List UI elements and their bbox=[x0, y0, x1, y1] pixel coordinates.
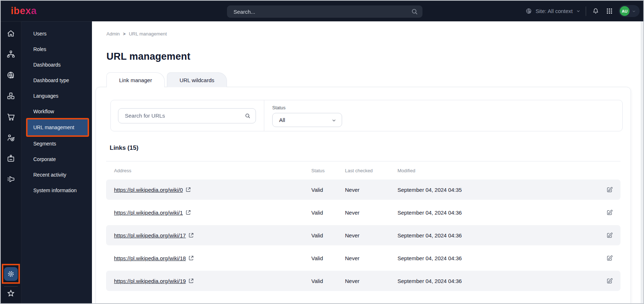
links-heading: Links (15) bbox=[110, 144, 623, 152]
external-link-icon[interactable] bbox=[188, 232, 194, 238]
table-row: https://pl.wikipedia.org/wiki/0 Valid Ne… bbox=[106, 180, 620, 200]
chevron-down-icon bbox=[632, 9, 636, 13]
modified-value: September 04, 2024 04:35 bbox=[397, 187, 588, 193]
scrollbar[interactable] bbox=[641, 21, 643, 303]
edit-icon[interactable] bbox=[606, 277, 613, 284]
url-link[interactable]: https://pl.wikipedia.org/wiki/18 bbox=[114, 255, 186, 261]
breadcrumb-admin[interactable]: Admin bbox=[106, 31, 120, 37]
external-link-icon[interactable] bbox=[185, 210, 191, 215]
last-checked-value: Never bbox=[345, 255, 397, 261]
megaphone-icon[interactable] bbox=[6, 174, 16, 184]
chevron-down-icon bbox=[331, 118, 337, 123]
sidebar-menu: Users Roles Dashboards Dashboard type La… bbox=[21, 21, 92, 303]
external-link-icon[interactable] bbox=[185, 187, 191, 193]
status-value: Valid bbox=[311, 232, 345, 238]
modified-value: September 04, 2024 04:36 bbox=[397, 255, 588, 261]
site-context-label: Site: All context bbox=[535, 8, 573, 14]
status-dropdown[interactable]: All bbox=[272, 113, 342, 127]
personalization-icon[interactable] bbox=[6, 133, 16, 143]
app-window: ibexa Site: All context bbox=[0, 0, 644, 304]
table-header-row: Address Status Last checked Modified bbox=[106, 161, 620, 180]
page-title: URL management bbox=[106, 51, 631, 62]
modified-value: September 04, 2024 04:36 bbox=[397, 210, 588, 216]
status-value: Valid bbox=[311, 210, 345, 216]
link-manager-panel: Status All Links (15) Address bbox=[96, 87, 631, 303]
status-value: Valid bbox=[311, 187, 345, 193]
search-icon[interactable] bbox=[244, 113, 251, 119]
edit-icon[interactable] bbox=[606, 254, 613, 262]
last-checked-value: Never bbox=[345, 278, 397, 284]
sidebar-item-segments[interactable]: Segments bbox=[21, 136, 92, 151]
annotation-highlight-gear bbox=[2, 264, 20, 284]
status-dropdown-value: All bbox=[279, 117, 285, 123]
url-link[interactable]: https://pl.wikipedia.org/wiki/0 bbox=[114, 187, 183, 193]
sidebar-item-dashboards[interactable]: Dashboards bbox=[21, 57, 92, 72]
status-value: Valid bbox=[311, 255, 345, 261]
avatar: AU bbox=[620, 6, 630, 16]
table-row: https://pl.wikipedia.org/wiki/1 Valid Ne… bbox=[106, 202, 620, 223]
column-header-modified: Modified bbox=[397, 168, 588, 173]
table-row: https://pl.wikipedia.org/wiki/17 Valid N… bbox=[106, 225, 620, 245]
top-bar: ibexa Site: All context bbox=[1, 1, 643, 21]
links-table: Address Status Last checked Modified htt… bbox=[106, 161, 620, 291]
column-header-last-checked: Last checked bbox=[345, 168, 397, 173]
id-badge-icon[interactable] bbox=[6, 154, 16, 163]
bookmarks-star-icon[interactable] bbox=[6, 289, 16, 298]
last-checked-value: Never bbox=[345, 187, 397, 193]
sidebar-item-url-management[interactable]: URL management bbox=[26, 118, 89, 137]
ibexa-logo[interactable]: ibexa bbox=[11, 6, 37, 16]
edit-icon[interactable] bbox=[606, 186, 613, 193]
icon-rail bbox=[1, 21, 21, 303]
cart-icon[interactable] bbox=[6, 112, 16, 122]
home-icon[interactable] bbox=[6, 29, 16, 38]
sidebar-item-recent-activity[interactable]: Recent activity bbox=[21, 167, 92, 182]
edit-icon[interactable] bbox=[606, 232, 613, 239]
app-body: Users Roles Dashboards Dashboard type La… bbox=[1, 21, 643, 303]
url-link[interactable]: https://pl.wikipedia.org/wiki/1 bbox=[114, 210, 183, 216]
sidebar-item-corporate[interactable]: Corporate bbox=[21, 151, 92, 167]
site-context-globe-icon bbox=[525, 8, 532, 14]
chevron-down-icon bbox=[576, 9, 581, 13]
filter-divider bbox=[264, 100, 264, 131]
modified-value: September 04, 2024 04:36 bbox=[397, 232, 588, 238]
external-link-icon[interactable] bbox=[188, 278, 194, 284]
search-icon[interactable] bbox=[411, 8, 418, 16]
column-header-status: Status bbox=[311, 168, 345, 173]
status-label: Status bbox=[272, 105, 342, 110]
external-link-icon[interactable] bbox=[188, 255, 194, 261]
tab-link-manager[interactable]: Link manager bbox=[106, 72, 165, 87]
status-value: Valid bbox=[311, 278, 345, 284]
topbar-divider bbox=[586, 7, 586, 16]
main-content: Admin > URL management URL management Li… bbox=[92, 21, 643, 303]
url-search-input[interactable] bbox=[118, 108, 256, 123]
tab-url-wildcards[interactable]: URL wildcards bbox=[167, 72, 227, 87]
site-context-selector[interactable]: Site: All context bbox=[525, 8, 581, 14]
user-menu[interactable]: AU bbox=[619, 5, 640, 17]
breadcrumb-separator: > bbox=[123, 31, 126, 37]
sidebar-item-system-information[interactable]: System information bbox=[21, 182, 92, 198]
global-search-input[interactable] bbox=[227, 5, 422, 18]
site-globe-icon[interactable] bbox=[6, 71, 16, 80]
content-tree-icon[interactable] bbox=[6, 50, 16, 59]
modified-value: September 04, 2024 04:36 bbox=[397, 278, 588, 284]
tab-bar: Link manager URL wildcards bbox=[106, 72, 631, 87]
blocks-icon[interactable] bbox=[6, 91, 16, 101]
settings-gear-icon[interactable] bbox=[4, 267, 18, 281]
topbar-right-cluster: Site: All context AU bbox=[525, 1, 640, 21]
breadcrumb: Admin > URL management bbox=[106, 31, 631, 37]
rail-divider bbox=[4, 286, 18, 287]
table-row: https://pl.wikipedia.org/wiki/18 Valid N… bbox=[106, 248, 620, 268]
url-link[interactable]: https://pl.wikipedia.org/wiki/17 bbox=[114, 232, 186, 238]
url-link[interactable]: https://pl.wikipedia.org/wiki/19 bbox=[114, 278, 186, 284]
sidebar-item-roles[interactable]: Roles bbox=[21, 41, 92, 57]
sidebar-item-users[interactable]: Users bbox=[21, 26, 92, 41]
sidebar-item-dashboard-type[interactable]: Dashboard type bbox=[21, 72, 92, 88]
apps-grid-icon[interactable] bbox=[605, 7, 614, 16]
table-row: https://pl.wikipedia.org/wiki/19 Valid N… bbox=[106, 271, 620, 291]
edit-icon[interactable] bbox=[606, 209, 613, 216]
last-checked-value: Never bbox=[345, 232, 397, 238]
sidebar-item-languages[interactable]: Languages bbox=[21, 88, 92, 104]
sidebar-item-workflow[interactable]: Workflow bbox=[21, 104, 92, 119]
notifications-bell-icon[interactable] bbox=[591, 7, 600, 16]
last-checked-value: Never bbox=[345, 210, 397, 216]
